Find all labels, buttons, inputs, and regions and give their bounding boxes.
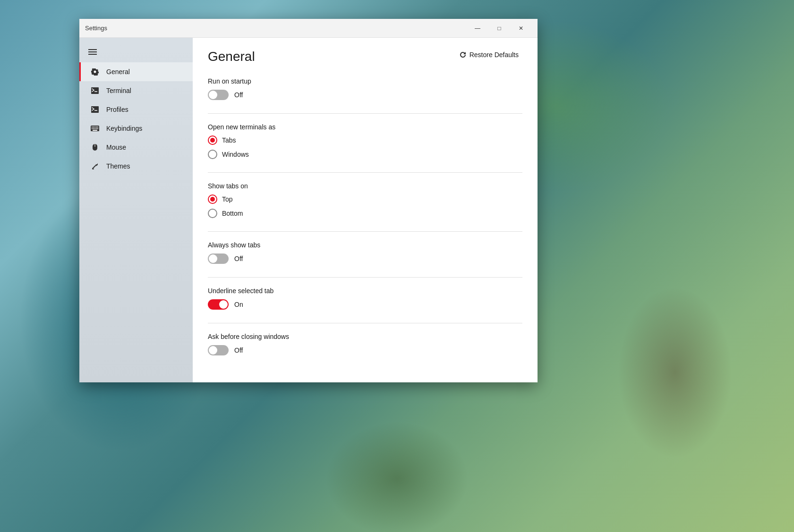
gear-icon <box>90 67 100 76</box>
radio-top-label: Top <box>222 195 233 203</box>
svg-rect-1 <box>91 87 99 94</box>
always-show-tabs-toggle-row: Off <box>208 253 522 264</box>
underline-selected-tab-toggle[interactable] <box>208 299 229 310</box>
toggle-knob-3 <box>219 300 228 309</box>
radio-bottom-label: Bottom <box>222 210 243 217</box>
hamburger-menu-button[interactable] <box>83 43 102 60</box>
ask-before-closing-label: Ask before closing windows <box>208 333 522 340</box>
toggle-knob-4 <box>209 346 217 355</box>
underline-selected-tab-toggle-row: On <box>208 299 522 310</box>
radio-tabs-circle <box>208 135 217 145</box>
toggle-knob-2 <box>209 254 217 263</box>
hamburger-icon <box>88 48 97 56</box>
svg-rect-14 <box>96 128 97 129</box>
ask-before-closing-section: Ask before closing windows Off <box>208 333 522 355</box>
underline-selected-tab-section: Underline selected tab On <box>208 287 522 310</box>
divider-4 <box>208 277 522 278</box>
maximize-button[interactable]: □ <box>488 21 510 36</box>
svg-rect-7 <box>93 127 94 127</box>
minimize-button[interactable]: — <box>467 21 488 36</box>
radio-tabs-label: Tabs <box>222 136 236 144</box>
always-show-tabs-toggle[interactable] <box>208 253 229 264</box>
sidebar-item-themes[interactable]: Themes <box>79 157 193 176</box>
svg-rect-6 <box>92 127 93 127</box>
divider-5 <box>208 323 522 323</box>
radio-bottom[interactable]: Bottom <box>208 209 522 218</box>
open-new-terminals-section: Open new terminals as Tabs Windows <box>208 123 522 159</box>
svg-rect-11 <box>92 128 93 129</box>
radio-windows[interactable]: Windows <box>208 150 522 159</box>
run-on-startup-toggle[interactable] <box>208 90 229 100</box>
always-show-tabs-section: Always show tabs Off <box>208 241 522 264</box>
svg-rect-3 <box>91 106 99 113</box>
sidebar-item-general[interactable]: General <box>79 62 193 81</box>
underline-selected-tab-state: On <box>234 301 243 308</box>
radio-tabs[interactable]: Tabs <box>208 135 522 145</box>
open-new-terminals-radio-group: Tabs Windows <box>208 135 522 159</box>
run-on-startup-state: Off <box>234 91 243 99</box>
sidebar: General Terminal <box>79 38 193 382</box>
always-show-tabs-label: Always show tabs <box>208 241 522 249</box>
radio-bottom-circle <box>208 209 217 218</box>
divider-3 <box>208 231 522 232</box>
show-tabs-on-section: Show tabs on Top Bottom <box>208 182 522 218</box>
run-on-startup-toggle-row: Off <box>208 90 522 100</box>
radio-windows-circle <box>208 150 217 159</box>
window-title: Settings <box>85 25 107 32</box>
divider-1 <box>208 113 522 114</box>
close-button[interactable]: ✕ <box>510 21 532 36</box>
svg-line-19 <box>93 165 96 169</box>
run-on-startup-section: Run on startup Off <box>208 77 522 100</box>
sidebar-item-mouse[interactable]: Mouse <box>79 138 193 157</box>
sidebar-item-keybindings[interactable]: Keybindings <box>79 119 193 138</box>
window-controls: — □ ✕ <box>467 21 532 36</box>
radio-top[interactable]: Top <box>208 194 522 204</box>
underline-selected-tab-label: Underline selected tab <box>208 287 522 295</box>
restore-defaults-button[interactable]: Restore Defaults <box>455 49 522 60</box>
terminal-icon <box>90 86 100 95</box>
sidebar-themes-label: Themes <box>106 162 130 170</box>
page-title: General <box>208 49 255 64</box>
sidebar-item-terminal[interactable]: Terminal <box>79 81 193 100</box>
profiles-icon <box>90 105 100 114</box>
show-tabs-on-radio-group: Top Bottom <box>208 194 522 218</box>
toggle-knob <box>209 91 217 99</box>
settings-window: Settings — □ ✕ General <box>79 19 538 382</box>
content-header: General Restore Defaults <box>208 49 522 64</box>
svg-rect-10 <box>97 127 98 127</box>
sidebar-general-label: General <box>106 68 130 76</box>
ask-before-closing-toggle-row: Off <box>208 345 522 355</box>
svg-rect-15 <box>97 128 98 129</box>
svg-rect-8 <box>94 127 95 127</box>
ask-before-closing-toggle[interactable] <box>208 345 229 355</box>
keyboard-icon <box>90 124 100 133</box>
restore-defaults-label: Restore Defaults <box>470 51 519 59</box>
svg-rect-9 <box>96 127 97 127</box>
radio-top-circle <box>208 194 217 204</box>
svg-rect-13 <box>94 128 95 129</box>
radio-windows-label: Windows <box>222 151 249 158</box>
themes-icon <box>90 161 100 171</box>
ask-before-closing-state: Off <box>234 346 243 354</box>
window-body: General Terminal <box>79 38 538 382</box>
svg-rect-12 <box>93 128 94 129</box>
divider-2 <box>208 172 522 173</box>
sidebar-item-profiles[interactable]: Profiles <box>79 100 193 119</box>
mouse-icon <box>90 143 100 152</box>
restore-icon <box>459 51 467 59</box>
always-show-tabs-state: Off <box>234 255 243 262</box>
show-tabs-on-label: Show tabs on <box>208 182 522 190</box>
sidebar-keybindings-label: Keybindings <box>106 125 142 132</box>
sidebar-profiles-label: Profiles <box>106 106 128 113</box>
main-content: General Restore Defaults Run on startup … <box>193 38 538 382</box>
svg-rect-16 <box>93 130 97 131</box>
titlebar: Settings — □ ✕ <box>79 19 538 38</box>
svg-point-0 <box>94 71 96 73</box>
open-new-terminals-label: Open new terminals as <box>208 123 522 131</box>
sidebar-terminal-label: Terminal <box>106 87 131 94</box>
run-on-startup-label: Run on startup <box>208 77 522 85</box>
sidebar-mouse-label: Mouse <box>106 144 126 151</box>
